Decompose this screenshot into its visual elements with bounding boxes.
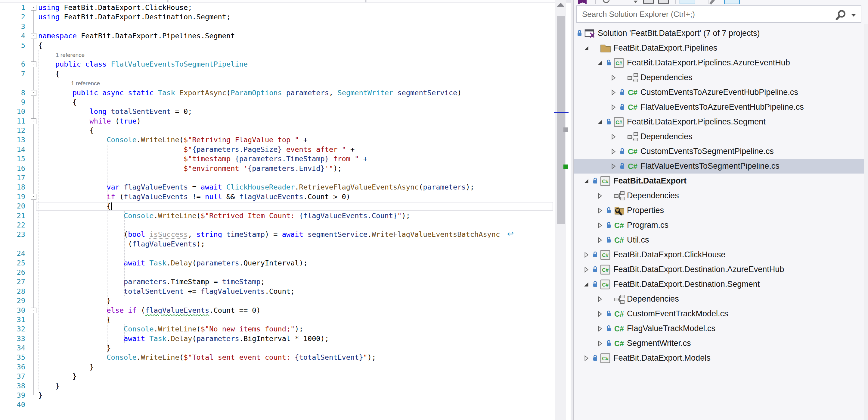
codelens-references[interactable]: 1 reference	[56, 51, 85, 59]
collapsed-arrow-icon[interactable]	[583, 252, 589, 258]
collapsed-arrow-icon[interactable]	[610, 104, 616, 110]
breadcrumb-segment[interactable]	[168, 0, 366, 2]
tree-item-dependencies[interactable]: Dependencies	[574, 129, 864, 144]
tree-item-featbit-dataexport-destination-segment[interactable]: C#FeatBit.DataExport.Destination.Segment	[574, 277, 864, 292]
code-line[interactable]: 31 {	[0, 315, 571, 325]
tree-item-segmentwriter-cs[interactable]: C#SegmentWriter.cs	[574, 336, 864, 351]
code-line[interactable]: 33 await Task.Delay(parameters.BigInterv…	[0, 334, 571, 343]
fold-collapse-icon[interactable]: -	[31, 194, 36, 200]
code-line[interactable]: 13 Console.WriteLine($"Retriving FlagVal…	[0, 135, 571, 145]
new-folder-icon[interactable]	[643, 0, 654, 4]
code-line[interactable]: 4-namespace FeatBit.DataExport.Pipelines…	[0, 31, 571, 41]
code-line[interactable]: 32 Console.WriteLine($"No new items foun…	[0, 325, 571, 334]
collapsed-arrow-icon[interactable]	[597, 237, 603, 243]
code-line[interactable]: (flagValueEvents);	[0, 240, 571, 249]
code-line[interactable]: 30- else if (flagValueEvents.Count == 0)	[0, 306, 571, 315]
collapsed-arrow-icon[interactable]	[597, 340, 603, 346]
show-all-files-icon[interactable]	[658, 0, 669, 4]
code-line[interactable]: 17	[0, 173, 571, 183]
expanded-arrow-icon[interactable]	[583, 281, 589, 287]
tree-item-dependencies[interactable]: Dependencies	[574, 292, 864, 306]
code-line[interactable]: 26	[0, 268, 571, 277]
scrollbar-thumb[interactable]	[557, 16, 565, 224]
dropdown-caret-icon[interactable]	[633, 1, 638, 3]
refresh-icon[interactable]	[602, 0, 610, 3]
code-line[interactable]: 21 Console.WriteLine($"Retrived Item Cou…	[0, 211, 571, 221]
expanded-arrow-icon[interactable]	[583, 45, 589, 51]
tree-item-customeventstoazureeventhubpipeline-cs[interactable]: C#CustomEventsToAzureEventHubPipeline.cs	[574, 85, 864, 100]
expanded-arrow-icon[interactable]	[597, 60, 603, 66]
codelens-row[interactable]: 1 reference	[0, 79, 571, 88]
fold-collapse-icon[interactable]: -	[31, 5, 36, 10]
collapsed-arrow-icon[interactable]	[597, 296, 603, 302]
code-line[interactable]: 16 $"environment '{parameters.EnvId}'");	[0, 164, 571, 173]
collapse-all-icon[interactable]	[680, 0, 695, 4]
tree-item-solution-featbit-dataexport-7-of-7-projects[interactable]: Solution 'FeatBit.DataExport' (7 of 7 pr…	[574, 26, 864, 41]
code-line[interactable]: 35 Console.WriteLine($"Total sent event …	[0, 353, 571, 362]
tree-item-properties[interactable]: Properties	[574, 203, 864, 218]
collapsed-arrow-icon[interactable]	[597, 326, 603, 332]
search-icon[interactable]	[835, 9, 847, 21]
code-line[interactable]: 25 await Task.Delay(parameters.QueryInte…	[0, 258, 571, 268]
code-line[interactable]: 1-using FeatBit.DataExport.ClickHouse;	[0, 3, 571, 12]
code-line[interactable]: 38 }	[0, 382, 571, 391]
code-line[interactable]: 5{	[0, 41, 571, 50]
editor-vertical-scrollbar[interactable]	[555, 0, 566, 420]
code-line[interactable]: 28 totalSentEvent += flagValueEvents.Cou…	[0, 287, 571, 296]
code-line[interactable]: 19- if (flagValueEvents != null && flagV…	[0, 192, 571, 201]
codelens-references[interactable]: 1 reference	[71, 79, 100, 88]
tree-item-program-cs[interactable]: C#Program.cs	[574, 218, 864, 232]
code-line[interactable]: 22	[0, 221, 571, 230]
collapsed-arrow-icon[interactable]	[610, 75, 616, 81]
tree-item-dependencies[interactable]: Dependencies	[574, 188, 864, 203]
tree-item-flatvalueeventstoazureeventhubpipeline-cs[interactable]: C#FlatValueEventsToAzureEventHubPipeline…	[574, 100, 864, 114]
search-options-caret-icon[interactable]	[850, 13, 857, 17]
code-line[interactable]: 9 {	[0, 97, 571, 107]
panel-splitter[interactable]	[571, 0, 574, 420]
tree-item-customeventstosegmentpipeline-cs[interactable]: C#CustomEventsToSegmentPipeline.cs	[574, 144, 864, 159]
tree-item-customeventtrackmodel-cs[interactable]: C#CustomEventTrackModel.cs	[574, 306, 864, 321]
tree-item-featbit-dataexport-clickhouse[interactable]: C#FeatBit.DataExport.ClickHouse	[574, 247, 864, 262]
tree-item-featbit-dataexport-models[interactable]: C#FeatBit.DataExport.Models	[574, 351, 864, 365]
expanded-arrow-icon[interactable]	[583, 178, 589, 184]
breadcrumb-segment[interactable]	[0, 0, 168, 2]
code-line[interactable]: 12 {	[0, 126, 571, 135]
solution-explorer-scroll-track[interactable]	[864, 24, 868, 420]
code-line[interactable]: 24	[0, 249, 571, 258]
search-input[interactable]	[582, 7, 805, 21]
fold-collapse-icon[interactable]: -	[31, 61, 36, 67]
tree-item-flatvalueeventstosegmentpipeline-cs[interactable]: C#FlatValueEventsToSegmentPipeline.cs	[574, 159, 864, 173]
fold-collapse-icon[interactable]: -	[31, 308, 36, 313]
tree-item-dependencies[interactable]: Dependencies	[574, 70, 864, 85]
tree-item-featbit-dataexport-pipelines-azureeventhub[interactable]: C#FeatBit.DataExport.Pipelines.AzureEven…	[574, 55, 864, 70]
collapsed-arrow-icon[interactable]	[583, 355, 589, 361]
code-line[interactable]: 15 $"timestamp {parameters.TimeStamp} fr…	[0, 154, 571, 164]
collapsed-arrow-icon[interactable]	[597, 193, 603, 199]
breadcrumb-segment[interactable]	[367, 0, 565, 2]
collapsed-arrow-icon[interactable]	[610, 89, 616, 95]
properties-pencil-icon[interactable]	[709, 0, 716, 4]
collapsed-arrow-icon[interactable]	[610, 134, 616, 140]
collapsed-arrow-icon[interactable]	[583, 267, 589, 273]
tree-item-featbit-dataexport[interactable]: C#FeatBit.DataExport	[574, 173, 864, 188]
search-box[interactable]	[576, 5, 861, 23]
collapsed-arrow-icon[interactable]	[597, 207, 603, 214]
code-line[interactable]: 23 (bool isSuccess, string timeStamp) = …	[0, 230, 571, 239]
code-line[interactable]: 10 long totalSentEvent = 0;	[0, 107, 571, 116]
tree-item-featbit-dataexport-pipelines-segment[interactable]: C#FeatBit.DataExport.Pipelines.Segment	[574, 114, 864, 129]
code-editor[interactable]: 1-using FeatBit.DataExport.ClickHouse;2u…	[0, 0, 571, 420]
expanded-arrow-icon[interactable]	[597, 119, 603, 125]
codelens-row[interactable]: 1 reference	[0, 50, 571, 60]
tree-item-featbit-dataexport-destination-azureeventhub[interactable]: C#FeatBit.DataExport.Destination.AzureEv…	[574, 262, 864, 277]
scrollbar-up-arrow-icon[interactable]	[557, 3, 564, 7]
fold-collapse-icon[interactable]: -	[31, 90, 36, 96]
code-line[interactable]: 40	[0, 400, 571, 410]
solution-tree[interactable]: Solution 'FeatBit.DataExport' (7 of 7 pr…	[574, 26, 864, 365]
fold-collapse-icon[interactable]: -	[31, 33, 36, 39]
code-line[interactable]: 11- while (true)	[0, 117, 571, 126]
collapsed-arrow-icon[interactable]	[610, 148, 616, 155]
sync-with-active-document-icon[interactable]	[578, 0, 587, 4]
fold-collapse-icon[interactable]: -	[31, 118, 36, 124]
code-line[interactable]: 2using FeatBit.DataExport.Destination.Se…	[0, 12, 571, 22]
code-line[interactable]: 29 }	[0, 296, 571, 306]
